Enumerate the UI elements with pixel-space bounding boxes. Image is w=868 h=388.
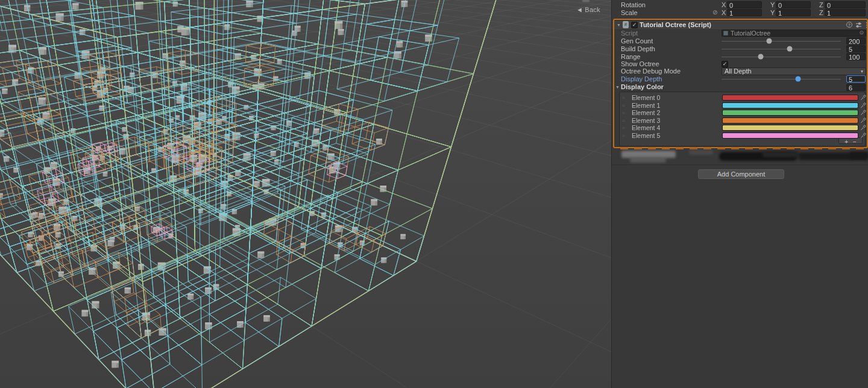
- foldout-icon[interactable]: ▼: [615, 83, 620, 91]
- drag-handle-icon[interactable]: =: [622, 94, 624, 101]
- element-label: Element 5: [632, 132, 660, 139]
- gen-count-slider[interactable]: [722, 37, 841, 45]
- color-swatch[interactable]: [723, 118, 858, 123]
- drag-handle-icon[interactable]: =: [622, 124, 624, 131]
- array-element-row: =Element 1: [620, 102, 865, 109]
- array-element-row: =Element 4: [620, 124, 865, 131]
- slider-thumb[interactable]: [767, 39, 772, 44]
- scale-row: Scale ⊘ X 1 Y 1 Z 1: [612, 9, 868, 17]
- display-depth-field[interactable]: 5: [846, 75, 866, 83]
- display-depth-label: Display Depth: [621, 75, 662, 83]
- slider-thumb[interactable]: [787, 46, 792, 52]
- drag-handle-icon[interactable]: =: [622, 102, 624, 109]
- build-depth-row: Build Depth 5: [612, 45, 868, 53]
- element-label: Element 3: [632, 117, 660, 124]
- chevron-down-icon: ▾: [861, 68, 863, 75]
- slider-track: [722, 57, 841, 57]
- axis-y-label: Y: [770, 1, 775, 9]
- scene-canvas[interactable]: [0, 0, 611, 388]
- remove-element-button[interactable]: −: [851, 139, 859, 145]
- scale-y-field[interactable]: 1: [776, 9, 811, 16]
- eyedropper-icon[interactable]: [860, 110, 866, 116]
- axis-x-label: X: [722, 9, 726, 17]
- redacted-dashed-underline: [620, 147, 866, 149]
- slider-thumb[interactable]: [758, 54, 764, 60]
- display-depth-row: Display Depth 5: [612, 75, 868, 83]
- drag-handle-icon[interactable]: =: [622, 132, 624, 139]
- debug-mode-label: Octree Debug Mode: [621, 67, 681, 75]
- redacted-field: [850, 152, 868, 159]
- scale-label: Scale: [621, 9, 638, 17]
- rotation-z-field[interactable]: 0: [825, 1, 866, 8]
- build-depth-field[interactable]: 5: [846, 45, 866, 52]
- debug-mode-value: All Depth: [725, 67, 752, 75]
- rotation-y-field[interactable]: 0: [776, 1, 811, 8]
- array-size-field[interactable]: 6: [846, 84, 866, 91]
- axis-z-label: Z: [819, 1, 823, 9]
- build-depth-slider[interactable]: [722, 45, 841, 52]
- redacted-text: [621, 151, 676, 158]
- constrain-proportions-icon[interactable]: ⊘: [712, 9, 717, 16]
- script-label: Script: [621, 30, 638, 37]
- color-swatch[interactable]: [723, 103, 858, 108]
- color-swatch[interactable]: [723, 125, 858, 130]
- script-object-value: TutorialOctree: [731, 30, 770, 36]
- eyedropper-icon[interactable]: [860, 133, 866, 139]
- rotation-label: Rotation: [621, 1, 646, 9]
- redacted-text: [689, 149, 713, 155]
- color-swatch[interactable]: [723, 133, 858, 138]
- slider-track: [722, 41, 841, 42]
- component-title: Tutorial Octree (Script): [640, 20, 711, 30]
- color-swatch[interactable]: [723, 110, 858, 115]
- slider-thumb[interactable]: [795, 77, 800, 82]
- back-button[interactable]: ◄ Back: [576, 6, 600, 13]
- gen-count-label: Gen Count: [621, 37, 653, 45]
- gen-count-row: Gen Count 200: [612, 37, 868, 45]
- element-label: Element 2: [632, 109, 660, 116]
- foldout-icon[interactable]: ▼: [617, 20, 621, 30]
- object-picker-icon[interactable]: ⊙: [859, 30, 864, 36]
- element-label: Element 1: [632, 102, 660, 109]
- script-row: Script TutorialOctree ⊙: [612, 30, 868, 37]
- color-swatch[interactable]: [723, 95, 858, 100]
- debug-mode-dropdown[interactable]: All Depth ▾: [722, 67, 866, 75]
- inspector-panel: Rotation X 0 Y 0 Z 0 Scale ⊘ X 1 Y 1 Z 1…: [611, 0, 868, 388]
- component-enabled-checkbox[interactable]: ✓: [631, 22, 638, 28]
- axis-z-label: Z: [819, 9, 823, 17]
- eyedropper-icon[interactable]: [860, 102, 866, 108]
- element-label: Element 4: [632, 124, 660, 131]
- slider-track: [722, 79, 841, 80]
- script-file-icon: [723, 31, 728, 36]
- show-octree-checkbox[interactable]: ✓: [722, 61, 728, 67]
- eyedropper-icon[interactable]: [860, 125, 866, 131]
- array-element-row: =Element 3: [620, 117, 865, 124]
- eyedropper-icon[interactable]: [860, 117, 866, 124]
- axis-x-label: X: [722, 1, 726, 9]
- scale-z-field[interactable]: 1: [825, 9, 866, 16]
- build-depth-label: Build Depth: [621, 45, 655, 53]
- rotation-x-field[interactable]: 0: [727, 1, 762, 8]
- scene-view[interactable]: ◄ Back: [0, 0, 611, 388]
- kebab-menu-icon[interactable]: ⋮: [863, 20, 868, 30]
- range-field[interactable]: 100: [846, 53, 866, 60]
- range-slider[interactable]: [722, 53, 841, 60]
- slider-track: [722, 49, 841, 49]
- array-element-row: =Element 5: [620, 132, 865, 139]
- drag-handle-icon[interactable]: =: [622, 109, 624, 116]
- script-object-field[interactable]: TutorialOctree ⊙: [722, 30, 866, 37]
- display-color-row: ▼ Display Color 6: [612, 83, 868, 91]
- display-depth-slider[interactable]: [722, 75, 841, 83]
- add-component-button[interactable]: Add Component: [698, 169, 784, 179]
- display-color-label[interactable]: Display Color: [621, 83, 664, 91]
- drag-handle-icon[interactable]: =: [622, 117, 624, 124]
- scale-x-field[interactable]: 1: [727, 9, 762, 16]
- array-element-row: =Element 2: [620, 109, 865, 116]
- rotation-row: Rotation X 0 Y 0 Z 0: [612, 1, 868, 9]
- presets-icon[interactable]: [855, 22, 862, 28]
- axis-y-label: Y: [770, 9, 775, 17]
- component-header[interactable]: ▼ # ✓ Tutorial Octree (Script) ? ⋮: [612, 20, 868, 30]
- help-icon[interactable]: ?: [846, 22, 852, 28]
- add-element-button[interactable]: +: [842, 139, 851, 145]
- eyedropper-icon[interactable]: [860, 95, 866, 101]
- gen-count-field[interactable]: 200: [846, 37, 866, 45]
